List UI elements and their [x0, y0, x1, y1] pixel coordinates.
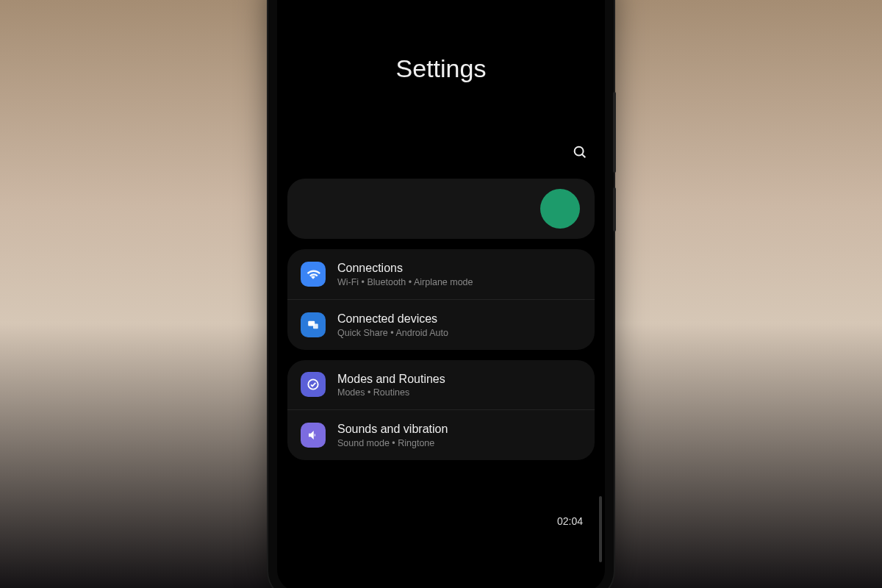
item-title: Connected devices: [337, 312, 581, 327]
item-title: Modes and Routines: [337, 372, 581, 387]
screen: 11:01 ⏰ ● G • 38%: [277, 0, 605, 588]
item-title: Connections: [337, 261, 581, 276]
settings-group-2: Modes and Routines Modes • Routines Soun…: [287, 360, 595, 461]
video-timestamp: 02:04: [557, 515, 583, 527]
check-icon: [301, 372, 326, 397]
svg-line-4: [582, 154, 585, 157]
svg-point-3: [575, 147, 584, 156]
search-button[interactable]: [570, 142, 590, 162]
item-subtitle: Sound mode • Ringtone: [337, 438, 581, 448]
item-title: Sounds and vibration: [337, 422, 581, 437]
settings-group-1: Connections Wi-Fi • Bluetooth • Airplane…: [287, 249, 595, 350]
devices-icon: [301, 312, 326, 337]
volume-button[interactable]: [613, 92, 616, 173]
item-modes-routines[interactable]: Modes and Routines Modes • Routines: [287, 360, 595, 410]
header: Settings: [277, 0, 605, 171]
wifi-icon: [301, 262, 326, 287]
item-sounds-vibration[interactable]: Sounds and vibration Sound mode • Ringto…: [287, 409, 595, 460]
phone-frame: 11:01 ⏰ ● G • 38%: [268, 0, 614, 588]
page-title: Settings: [396, 54, 487, 83]
svg-rect-6: [313, 323, 318, 329]
item-connected-devices[interactable]: Connected devices Quick Share • Android …: [287, 299, 595, 350]
sound-icon: [301, 423, 326, 448]
item-subtitle: Quick Share • Android Auto: [337, 328, 581, 338]
avatar[interactable]: [540, 189, 580, 229]
scrollbar[interactable]: [599, 496, 602, 562]
item-subtitle: Modes • Routines: [337, 387, 581, 398]
item-subtitle: Wi-Fi • Bluetooth • Airplane mode: [337, 277, 581, 287]
item-connections[interactable]: Connections Wi-Fi • Bluetooth • Airplane…: [287, 249, 595, 299]
search-icon: [572, 144, 588, 160]
power-button[interactable]: [613, 187, 616, 232]
svg-point-7: [308, 380, 318, 390]
account-card[interactable]: [287, 179, 595, 239]
